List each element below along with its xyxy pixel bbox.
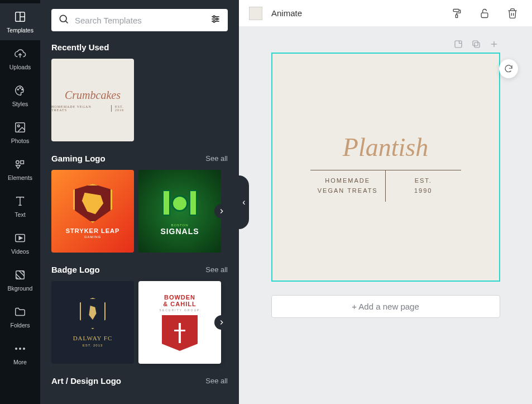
canvas-area: Animate xyxy=(239,0,532,404)
dragon-shield-icon xyxy=(73,184,112,223)
section-title: Gaming Logo xyxy=(51,154,106,163)
scroll-right-button[interactable] xyxy=(214,204,229,218)
svg-point-23 xyxy=(213,16,215,17)
page-col-left: HOMEMADE VEGAN TREATS xyxy=(310,170,386,201)
svg-point-25 xyxy=(216,18,218,20)
scroll-right-button[interactable] xyxy=(214,315,229,330)
section-art-head: Art / Design Logo See all xyxy=(51,376,228,386)
see-all-link[interactable]: See all xyxy=(205,377,228,385)
gaming-thumbs: STRYKER LEAP GAMING BOSTON SIGNALS xyxy=(51,170,228,253)
thumb-title: SIGNALS xyxy=(160,227,199,236)
svg-rect-30 xyxy=(481,13,488,17)
rail-background[interactable]: Bkground xyxy=(0,262,40,298)
thumb-title-line2: & CAHILL xyxy=(163,301,196,307)
template-thumb[interactable]: Crumbcakes HOMEMADE VEGAN TREATS EST. 20… xyxy=(51,59,134,141)
search-bar[interactable] xyxy=(51,9,228,31)
rail-label: Uploads xyxy=(9,64,31,70)
rail-more[interactable]: More xyxy=(0,335,40,372)
image-icon xyxy=(13,121,27,134)
lock-button[interactable] xyxy=(475,4,494,23)
rail-templates[interactable]: Templates xyxy=(0,3,40,40)
rail-label: More xyxy=(13,359,27,365)
lion-shield-icon xyxy=(80,298,106,329)
page-col-right: EST. 1990 xyxy=(386,170,461,201)
thumb-subtitle: GAMING xyxy=(84,235,101,239)
svg-rect-31 xyxy=(455,41,462,47)
rail-folders[interactable]: Folders xyxy=(0,298,40,335)
template-thumb[interactable]: BOSTON SIGNALS xyxy=(138,170,221,253)
rail-label: Styles xyxy=(12,101,28,107)
svg-rect-32 xyxy=(475,42,480,47)
rail-label: Folders xyxy=(10,322,30,329)
svg-rect-9 xyxy=(21,161,23,164)
svg-point-20 xyxy=(60,15,66,22)
rail-styles[interactable]: Styles xyxy=(0,77,40,114)
page-tools xyxy=(271,38,500,50)
page-brand-text: Plantish xyxy=(343,132,428,162)
divider-line xyxy=(310,170,461,170)
rail-label: Videos xyxy=(11,248,29,255)
thumb-subtext: HOMEMADE VEGAN TREATS EST. 2016 xyxy=(51,105,134,112)
rail-uploads[interactable]: Uploads xyxy=(0,40,40,77)
collapse-panel-handle[interactable]: ‹ xyxy=(239,175,249,229)
see-all-link[interactable]: See all xyxy=(205,265,228,274)
palette-icon xyxy=(13,84,27,97)
background-color-swatch[interactable] xyxy=(249,7,262,20)
notes-button[interactable] xyxy=(452,38,464,50)
templates-panel: Recently Used Crumbcakes HOMEMADE VEGAN … xyxy=(40,0,239,404)
badge-thumbs: DALWAY FC EST. 2013 BOWDEN & CAHILL SECU… xyxy=(51,281,228,364)
duplicate-page-button[interactable] xyxy=(470,38,482,50)
hatch-icon xyxy=(13,268,27,282)
thumb-title: STRYKER LEAP xyxy=(66,227,120,234)
svg-marker-14 xyxy=(19,236,22,240)
workspace: Plantish HOMEMADE VEGAN TREATS EST. 1990… xyxy=(239,27,532,404)
filter-icon[interactable] xyxy=(210,13,221,27)
robot-icon xyxy=(161,187,198,220)
template-thumb[interactable]: STRYKER LEAP GAMING xyxy=(51,170,134,253)
section-badge-head: Badge Logo See all xyxy=(51,265,228,274)
svg-point-4 xyxy=(20,88,21,89)
rail-elements[interactable]: Elements xyxy=(0,151,40,188)
page-columns: HOMEMADE VEGAN TREATS EST. 1990 xyxy=(310,170,461,201)
rail-label: Photos xyxy=(11,137,30,144)
section-title: Art / Design Logo xyxy=(51,376,121,386)
shapes-icon xyxy=(13,158,27,171)
paint-roller-button[interactable] xyxy=(447,4,466,23)
thumb-brand: Crumbcakes xyxy=(65,89,121,102)
section-title: Badge Logo xyxy=(51,265,100,274)
rail-label: Templates xyxy=(7,27,33,34)
see-all-link[interactable]: See all xyxy=(205,154,228,163)
rail-label: Elements xyxy=(8,174,32,181)
folder-icon xyxy=(13,305,27,319)
recent-thumbs: Crumbcakes HOMEMADE VEGAN TREATS EST. 20… xyxy=(51,59,228,141)
design-page[interactable]: Plantish HOMEMADE VEGAN TREATS EST. 1990 xyxy=(271,53,500,282)
sync-button[interactable] xyxy=(499,59,518,78)
rail-label: Text xyxy=(15,211,25,218)
svg-marker-10 xyxy=(16,165,20,169)
app-root: Templates Uploads Styles Photos Elements xyxy=(0,0,532,404)
rail-photos[interactable]: Photos xyxy=(0,114,40,151)
video-icon xyxy=(13,231,27,245)
chevron-left-icon: ‹ xyxy=(242,197,245,207)
animate-button[interactable]: Animate xyxy=(271,8,302,18)
svg-point-8 xyxy=(16,161,20,164)
context-toolbar: Animate xyxy=(239,0,532,27)
thumb-subtitle: SECURITY GROUP xyxy=(160,308,200,312)
section-recent-head: Recently Used xyxy=(51,42,228,52)
templates-icon xyxy=(13,10,27,23)
svg-point-7 xyxy=(17,125,20,127)
rail-text[interactable]: Text xyxy=(0,188,40,225)
template-thumb[interactable]: DALWAY FC EST. 2013 xyxy=(51,281,134,364)
pennant-icon xyxy=(162,315,198,351)
text-icon xyxy=(13,194,27,208)
svg-rect-33 xyxy=(473,41,478,46)
delete-button[interactable] xyxy=(503,4,522,23)
svg-rect-6 xyxy=(16,123,25,132)
add-page-inline-button[interactable] xyxy=(488,38,500,50)
thumb-title-line1: BOWDEN xyxy=(164,294,195,301)
template-thumb[interactable]: BOWDEN & CAHILL SECURITY GROUP xyxy=(138,281,221,364)
search-input[interactable] xyxy=(75,16,204,25)
add-page-button[interactable]: + Add a new page xyxy=(271,295,500,318)
svg-rect-29 xyxy=(456,15,457,17)
rail-videos[interactable]: Videos xyxy=(0,225,40,262)
